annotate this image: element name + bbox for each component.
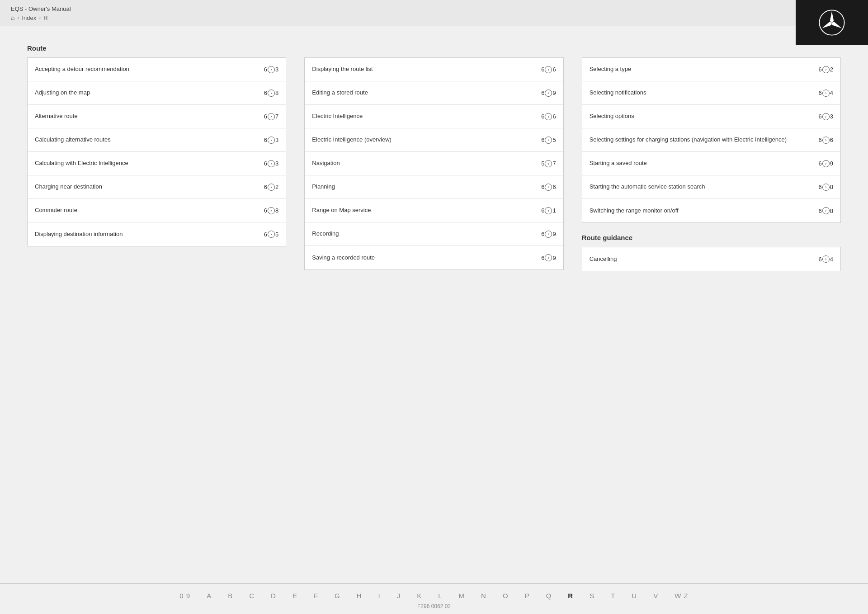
list-item: Displaying the route list 6›6 <box>305 58 563 81</box>
entry-page: 6›8 <box>819 207 833 214</box>
entry-text[interactable]: Displaying destination information <box>35 230 260 238</box>
header-left: EQS - Owner's Manual ⌂ › Index › R <box>11 5 71 21</box>
alpha-item-v[interactable]: V <box>645 590 666 601</box>
entry-text[interactable]: Switching the range monitor on/off <box>590 207 815 215</box>
entry-page: 6›2 <box>819 66 833 73</box>
index-columns: Route Accepting a detour recommendation … <box>27 44 841 271</box>
entry-text[interactable]: Recording <box>312 230 538 238</box>
entry-page: 6›7 <box>264 113 278 120</box>
entry-text[interactable]: Starting the automatic service station s… <box>590 183 815 191</box>
entry-page: 6›9 <box>541 254 556 261</box>
list-item: Charging near destination 6›2 <box>28 175 286 199</box>
breadcrumb: ⌂ › Index › R <box>11 14 71 21</box>
entry-page: 6›3 <box>264 66 278 73</box>
entry-text[interactable]: Commuter route <box>35 206 260 214</box>
col3: Selecting a type 6›2 Selecting notificat… <box>573 44 841 271</box>
alpha-item-m[interactable]: M <box>451 590 473 601</box>
entry-page: 6›5 <box>264 231 278 238</box>
list-item: Cancelling 6›4 <box>582 247 840 271</box>
entry-text[interactable]: Selecting notifications <box>590 89 815 97</box>
footer-code: F296 0062 02 <box>0 603 868 609</box>
entry-text[interactable]: Starting a saved route <box>590 159 815 167</box>
alpha-item-n[interactable]: N <box>473 590 495 601</box>
entry-text[interactable]: Adjusting on the map <box>35 89 260 97</box>
alpha-item-u[interactable]: U <box>623 590 645 601</box>
col3-entries-bottom-box: Cancelling 6›4 <box>582 247 841 271</box>
breadcrumb-sep2: › <box>39 14 41 21</box>
list-item: Switching the range monitor on/off 6›8 <box>582 199 840 222</box>
alpha-item-q[interactable]: Q <box>538 590 560 601</box>
alpha-item-l[interactable]: L <box>430 590 450 601</box>
alpha-nav: 0 9 A B C D E F G H I J K L M N O P Q R … <box>0 590 868 601</box>
list-item: Navigation 5›7 <box>305 152 563 175</box>
alpha-item-i[interactable]: I <box>370 590 389 601</box>
alpha-item-f[interactable]: F <box>306 590 326 601</box>
entry-page: 6›6 <box>541 113 556 120</box>
list-item: Selecting a type 6›2 <box>582 58 840 81</box>
list-item: Displaying destination information 6›5 <box>28 222 286 246</box>
alpha-item-k[interactable]: K <box>409 590 430 601</box>
list-item: Electric Intelligence 6›6 <box>305 105 563 128</box>
entry-text[interactable]: Accepting a detour recommendation <box>35 65 260 73</box>
entry-page: 6›6 <box>541 66 556 73</box>
alpha-item-e[interactable]: E <box>284 590 306 601</box>
entry-text[interactable]: Selecting a type <box>590 65 815 73</box>
col2: Displaying the route list 6›6 Editing a … <box>295 44 572 271</box>
alpha-item-h[interactable]: H <box>349 590 370 601</box>
alpha-item-g[interactable]: G <box>326 590 349 601</box>
entry-text[interactable]: Electric Intelligence (overview) <box>312 136 538 144</box>
alpha-item-b[interactable]: B <box>220 590 241 601</box>
entry-page: 5›7 <box>541 160 556 167</box>
entry-text[interactable]: Navigation <box>312 159 538 167</box>
col3-entries-top-box: Selecting a type 6›2 Selecting notificat… <box>582 57 841 223</box>
alpha-item-d[interactable]: D <box>263 590 284 601</box>
col2-heading <box>304 44 563 52</box>
col1-entries-box: Accepting a detour recommendation 6›3 Ad… <box>27 57 286 246</box>
entry-page: 6›8 <box>264 90 278 97</box>
alpha-item-s[interactable]: S <box>581 590 603 601</box>
entry-page: 6›8 <box>819 184 833 191</box>
breadcrumb-index[interactable]: Index <box>22 14 36 21</box>
entry-text[interactable]: Saving a recorded route <box>312 254 538 262</box>
breadcrumb-r[interactable]: R <box>43 14 47 21</box>
col3-heading2: Route guidance <box>582 234 841 241</box>
entry-text[interactable]: Range on Map service <box>312 206 538 214</box>
entry-text[interactable]: Planning <box>312 183 538 191</box>
home-icon[interactable]: ⌂ <box>11 14 14 21</box>
entry-text[interactable]: Calculating with Electric Intelligence <box>35 159 260 167</box>
alpha-item-r[interactable]: R <box>560 590 581 601</box>
entry-text[interactable]: Cancelling <box>590 255 815 263</box>
entry-text[interactable]: Selecting settings for charging stations… <box>590 136 815 144</box>
col2-entries-box: Displaying the route list 6›6 Editing a … <box>304 57 563 270</box>
svg-marker-1 <box>830 11 834 23</box>
entry-page: 6›3 <box>264 160 278 167</box>
alpha-item-p[interactable]: P <box>517 590 538 601</box>
entry-text[interactable]: Selecting options <box>590 112 815 120</box>
list-item: Calculating alternative routes 6›3 <box>28 128 286 152</box>
alpha-item-t[interactable]: T <box>603 590 623 601</box>
list-item: Saving a recorded route 6›9 <box>305 246 563 269</box>
alpha-item-j[interactable]: J <box>389 590 409 601</box>
entry-text[interactable]: Editing a stored route <box>312 89 538 97</box>
alpha-item-o[interactable]: O <box>495 590 517 601</box>
list-item: Electric Intelligence (overview) 6›5 <box>305 128 563 152</box>
alpha-item-wz[interactable]: W Z <box>666 590 697 601</box>
entry-page: 6›9 <box>541 231 556 238</box>
entry-text[interactable]: Alternative route <box>35 112 260 120</box>
entry-text[interactable]: Electric Intelligence <box>312 112 538 120</box>
alpha-item-09[interactable]: 0 9 <box>171 590 198 601</box>
entry-page: 6›6 <box>819 137 833 144</box>
entry-page: 6›8 <box>264 207 278 214</box>
list-item: Adjusting on the map 6›8 <box>28 81 286 105</box>
entry-text[interactable]: Charging near destination <box>35 183 260 191</box>
entry-text[interactable]: Calculating alternative routes <box>35 136 260 144</box>
alpha-item-c[interactable]: C <box>241 590 263 601</box>
col1: Route Accepting a detour recommendation … <box>27 44 295 271</box>
list-item: Accepting a detour recommendation 6›3 <box>28 58 286 81</box>
mercedes-logo <box>818 9 845 36</box>
entry-text[interactable]: Displaying the route list <box>312 65 538 73</box>
list-item: Starting the automatic service station s… <box>582 175 840 199</box>
entry-page: 6›4 <box>819 90 833 97</box>
list-item: Range on Map service 6›1 <box>305 199 563 222</box>
alpha-item-a[interactable]: A <box>198 590 220 601</box>
